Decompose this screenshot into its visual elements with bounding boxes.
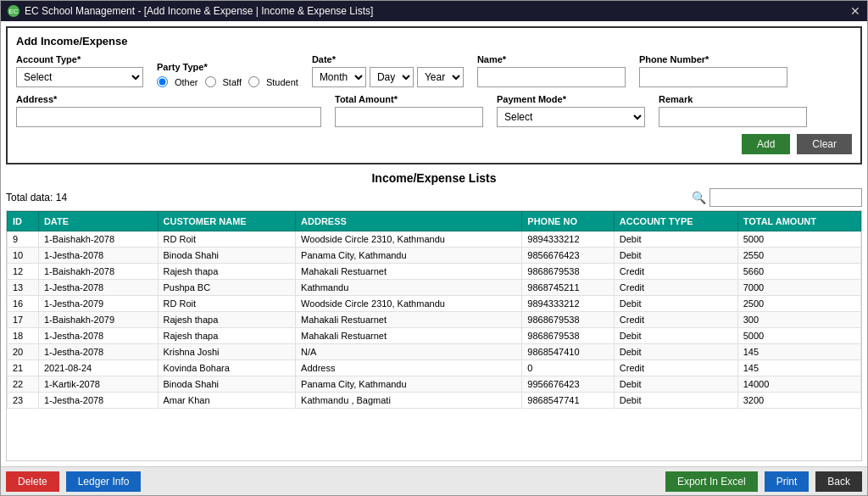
table-row[interactable]: 22 1-Kartik-2078 Binoda Shahi Panama Cit… xyxy=(8,376,861,393)
cell-total: 7000 xyxy=(737,280,860,296)
search-icon: 🔍 xyxy=(692,191,706,204)
account-type-select[interactable]: Select xyxy=(16,67,143,87)
cell-name: Pushpa BC xyxy=(158,280,296,296)
close-button[interactable]: ✕ xyxy=(850,4,860,18)
cell-date: 1-Baishakh-2078 xyxy=(38,231,158,248)
cell-account-type: Debit xyxy=(614,248,737,264)
address-label: Address* xyxy=(16,94,321,104)
cell-date: 1-Jestha-2078 xyxy=(38,280,158,296)
cell-account-type: Credit xyxy=(614,312,737,328)
col-customer-name: CUSTOMER NAME xyxy=(158,212,296,231)
year-select[interactable]: Year xyxy=(417,67,464,87)
cell-date: 1-Baishakh-2079 xyxy=(38,312,158,328)
cell-phone: 9868547410 xyxy=(522,344,614,360)
cell-name: Binoda Shahi xyxy=(158,376,296,393)
cell-id: 21 xyxy=(8,360,39,376)
cell-name: Kovinda Bohara xyxy=(158,360,296,376)
col-address: ADDRESS xyxy=(296,212,522,231)
date-label: Date* xyxy=(312,54,464,64)
address-input[interactable] xyxy=(16,107,321,127)
cell-total: 145 xyxy=(737,360,860,376)
content-area: Add Income/Expense Account Type* Select … xyxy=(1,21,867,466)
back-button[interactable]: Back xyxy=(815,471,862,492)
table-header-row: ID DATE CUSTOMER NAME ADDRESS PHONE NO A… xyxy=(8,212,861,231)
account-type-label: Account Type* xyxy=(16,54,143,64)
cell-phone: 9868745211 xyxy=(522,280,614,296)
table-row[interactable]: 18 1-Jestha-2078 Rajesh thapa Mahakali R… xyxy=(8,328,861,344)
table-row[interactable]: 20 1-Jestha-2078 Krishna Joshi N/A 98685… xyxy=(8,344,861,360)
table-row[interactable]: 12 1-Baishakh-2078 Rajesh thapa Mahakali… xyxy=(8,264,861,280)
cell-account-type: Credit xyxy=(614,264,737,280)
list-section: Income/Expense Lists Total data: 14 🔍 ID… xyxy=(6,171,862,461)
day-select[interactable]: Day xyxy=(370,67,414,87)
list-title: Income/Expense Lists xyxy=(6,171,862,185)
table-row[interactable]: 16 1-Jestha-2079 RD Roit Woodside Circle… xyxy=(8,296,861,312)
total-amount-input[interactable] xyxy=(335,107,483,127)
cell-id: 23 xyxy=(8,393,39,409)
name-label: Name* xyxy=(477,54,626,64)
table-row[interactable]: 21 2021-08-24 Kovinda Bohara Address 0 C… xyxy=(8,360,861,376)
cell-total: 5000 xyxy=(737,231,860,248)
cell-phone: 9868679538 xyxy=(522,312,614,328)
cell-account-type: Debit xyxy=(614,344,737,360)
cell-id: 18 xyxy=(8,328,39,344)
export-excel-button[interactable]: Export In Excel xyxy=(665,471,758,492)
cell-total: 5000 xyxy=(737,328,860,344)
party-type-radios: Other Staff Student xyxy=(157,76,298,87)
table-row[interactable]: 17 1-Baishakh-2079 Rajesh thapa Mahakali… xyxy=(8,312,861,328)
cell-address: N/A xyxy=(296,344,522,360)
party-other-radio[interactable] xyxy=(157,76,168,87)
party-type-label: Party Type* xyxy=(157,62,298,72)
form-title: Add Income/Expense xyxy=(16,35,852,47)
name-input[interactable] xyxy=(477,67,626,87)
table-row[interactable]: 9 1-Baishakh-2078 RD Roit Woodside Circl… xyxy=(8,231,861,248)
payment-mode-label: Payment Mode* xyxy=(497,94,645,104)
form-buttons: Add Clear xyxy=(16,134,852,154)
remark-input[interactable] xyxy=(659,107,807,127)
cell-id: 22 xyxy=(8,376,39,393)
cell-phone: 9856676423 xyxy=(522,248,614,264)
total-amount-label: Total Amount* xyxy=(335,94,483,104)
payment-mode-select[interactable]: Select xyxy=(497,107,645,127)
party-student-radio[interactable] xyxy=(248,76,259,87)
cell-id: 13 xyxy=(8,280,39,296)
print-button[interactable]: Print xyxy=(765,471,810,492)
cell-account-type: Debit xyxy=(614,231,737,248)
cell-address: Kathmandu , Bagmati xyxy=(296,393,522,409)
cell-name: RD Roit xyxy=(158,231,296,248)
clear-button[interactable]: Clear xyxy=(797,134,852,154)
table-body: 9 1-Baishakh-2078 RD Roit Woodside Circl… xyxy=(8,231,861,409)
cell-id: 10 xyxy=(8,248,39,264)
cell-id: 20 xyxy=(8,344,39,360)
table-row[interactable]: 10 1-Jestha-2078 Binoda Shahi Panama Cit… xyxy=(8,248,861,264)
window-title: EC School Management - [Add Income & Exp… xyxy=(25,5,373,17)
table-row[interactable]: 13 1-Jestha-2078 Pushpa BC Kathmandu 986… xyxy=(8,280,861,296)
ledger-info-button[interactable]: Ledger Info xyxy=(66,471,142,492)
cell-name: Rajesh thapa xyxy=(158,312,296,328)
income-expense-table: ID DATE CUSTOMER NAME ADDRESS PHONE NO A… xyxy=(7,211,861,409)
form-row-2: Address* Total Amount* Payment Mode* Sel… xyxy=(16,94,852,127)
phone-input[interactable] xyxy=(639,67,787,87)
cell-account-type: Credit xyxy=(614,280,737,296)
table-wrapper: ID DATE CUSTOMER NAME ADDRESS PHONE NO A… xyxy=(6,210,862,461)
cell-name: Rajesh thapa xyxy=(158,328,296,344)
name-group: Name* xyxy=(477,54,626,87)
phone-label: Phone Number* xyxy=(639,54,787,64)
delete-button[interactable]: Delete xyxy=(6,471,59,492)
add-button[interactable]: Add xyxy=(742,134,790,154)
month-select[interactable]: Month xyxy=(312,67,366,87)
search-input[interactable] xyxy=(709,188,862,207)
date-group: Date* Month Day Year xyxy=(312,54,464,87)
cell-phone: 9956676423 xyxy=(522,376,614,393)
table-row[interactable]: 23 1-Jestha-2078 Amar Khan Kathmandu , B… xyxy=(8,393,861,409)
cell-address: Panama City, Kathmandu xyxy=(296,376,522,393)
cell-address: Woodside Circle 2310, Kathmandu xyxy=(296,231,522,248)
party-staff-radio[interactable] xyxy=(205,76,216,87)
cell-address: Mahakali Restuarnet xyxy=(296,328,522,344)
party-student-label: Student xyxy=(266,77,298,87)
cell-address: Panama City, Kathmandu xyxy=(296,248,522,264)
cell-date: 1-Jestha-2078 xyxy=(38,328,158,344)
cell-address: Mahakali Restuarnet xyxy=(296,264,522,280)
cell-address: Address xyxy=(296,360,522,376)
cell-total: 2550 xyxy=(737,248,860,264)
